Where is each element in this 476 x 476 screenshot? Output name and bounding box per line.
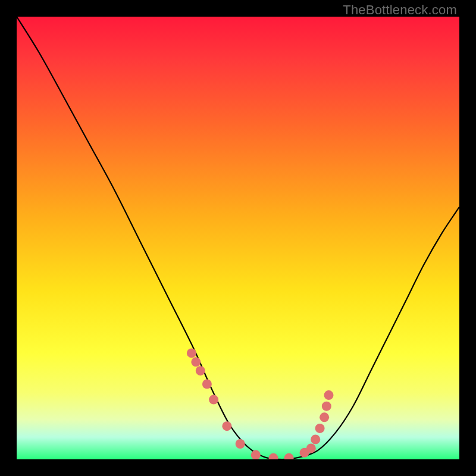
marker-dot [315,424,325,433]
marker-dot [251,450,261,459]
watermark-text: TheBottleneck.com [343,2,457,18]
marker-dot [196,366,205,375]
marker-dot [187,348,196,358]
chart-svg [17,17,459,459]
marker-dot [269,453,278,459]
marker-dot [236,439,245,449]
marker-dot [202,380,212,389]
chart-frame: TheBottleneck.com [0,0,476,476]
marker-dot [311,435,320,444]
marker-dot [320,412,329,422]
curve-line [17,17,459,459]
marker-dot [191,357,201,367]
marker-dot [306,443,316,453]
marker-dot [222,421,231,431]
marker-dot [284,453,294,459]
marker-dot [324,390,334,400]
marker-dot [322,402,331,411]
marker-dot [209,395,218,405]
plot-area [17,17,459,459]
scatter-markers [187,348,334,459]
